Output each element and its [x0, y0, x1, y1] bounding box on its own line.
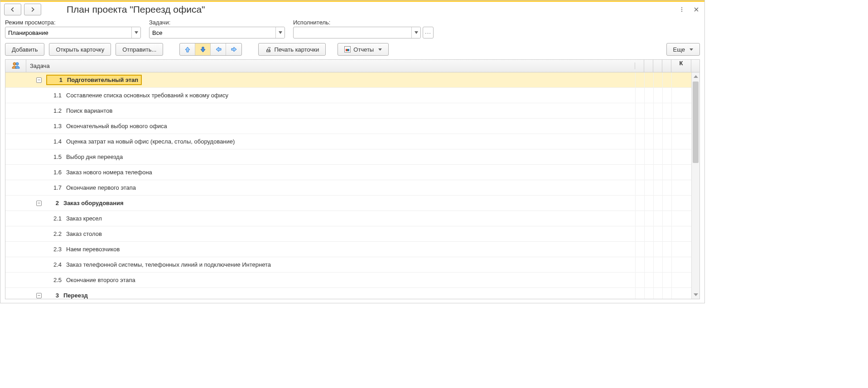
task-text: Переезд — [63, 292, 88, 299]
table-row[interactable]: 1.3Окончательный выбор нового офиса — [5, 119, 699, 134]
scroll-up-icon[interactable] — [692, 72, 699, 81]
task-text: Заказ оборудования — [63, 200, 124, 206]
svg-point-1 — [681, 9, 682, 10]
task-number: 1 — [50, 77, 63, 83]
table-row[interactable]: 1.7Окончание первого этапа — [5, 180, 699, 196]
task-text: Заказ столов — [66, 230, 102, 237]
task-number: 1.1 — [49, 92, 62, 99]
task-number: 1.3 — [49, 123, 62, 129]
close-icon[interactable] — [692, 5, 701, 14]
view-mode-select[interactable] — [5, 27, 141, 38]
table-row[interactable]: −3Переезд — [5, 288, 699, 299]
table-header: Задача К — [5, 60, 699, 72]
tasks-dropdown-icon[interactable] — [275, 27, 285, 38]
vertical-scrollbar[interactable] — [691, 72, 699, 299]
nav-forward-button[interactable] — [24, 4, 41, 15]
assignee-input[interactable] — [294, 27, 411, 38]
task-text: Поиск вариантов — [66, 107, 112, 114]
send-button[interactable]: Отправить... — [116, 43, 163, 56]
add-button[interactable]: Добавить — [5, 43, 44, 56]
move-left-button[interactable] — [211, 43, 226, 55]
task-number: 1.6 — [49, 169, 62, 176]
open-card-button[interactable]: Открыть карточку — [49, 43, 111, 56]
task-text: Составление списка основных требований к… — [66, 92, 228, 99]
status-col-3[interactable] — [653, 60, 662, 72]
move-down-button[interactable] — [195, 43, 211, 55]
table-row[interactable]: 2.2Заказ столов — [5, 226, 699, 242]
task-number: 1.4 — [49, 138, 62, 145]
expand-toggle[interactable]: − — [36, 293, 42, 298]
status-col-4[interactable] — [662, 60, 671, 72]
table-row[interactable]: 1.2Поиск вариантов — [5, 103, 699, 119]
table-row[interactable]: 1.6Заказ нового номера телефона — [5, 165, 699, 180]
table-row[interactable]: 1.1Составление списка основных требовани… — [5, 88, 699, 103]
task-column-header[interactable]: Задача — [26, 62, 635, 69]
status-col-1[interactable] — [635, 60, 644, 72]
task-number: 1.2 — [49, 107, 62, 114]
task-number: 2.4 — [49, 261, 62, 268]
status-col-2[interactable] — [644, 60, 653, 72]
view-mode-dropdown-icon[interactable] — [131, 27, 140, 38]
chart-icon — [344, 46, 351, 53]
table-row[interactable]: 1.5Выбор дня переезда — [5, 149, 699, 165]
task-text: Подготовительный этап — [67, 77, 138, 83]
task-text: Окончание первого этапа — [66, 184, 136, 191]
expand-toggle[interactable]: − — [36, 77, 42, 83]
task-number: 2 — [46, 200, 59, 206]
task-number: 2.3 — [49, 246, 62, 253]
print-card-button[interactable]: Печать карточки — [258, 43, 326, 56]
task-text: Оценка затрат на новый офис (кресла, сто… — [66, 138, 235, 145]
page-title: План проекта "Переезд офиса" — [67, 4, 205, 15]
task-text: Заказ телефонной системы, телефонных лин… — [66, 261, 271, 268]
move-up-button[interactable] — [180, 43, 195, 55]
task-text: Окончательный выбор нового офиса — [66, 123, 167, 129]
table-row[interactable]: −1Подготовительный этап — [5, 72, 699, 88]
task-text: Заказ кресел — [66, 215, 102, 222]
task-text: Наем перевозчиков — [66, 246, 120, 253]
scroll-thumb[interactable] — [693, 81, 699, 163]
table-row[interactable]: 1.4Оценка затрат на новый офис (кресла, … — [5, 134, 699, 149]
printer-icon — [265, 46, 271, 53]
assignee-label: Исполнитель: — [293, 19, 434, 26]
task-number: 1.7 — [49, 184, 62, 191]
tasks-select[interactable] — [149, 27, 285, 38]
more-button[interactable]: Еще — [666, 43, 700, 56]
assignees-column-header[interactable] — [5, 60, 26, 72]
menu-dots-icon[interactable] — [677, 5, 686, 14]
ellipsis-icon: ··· — [425, 29, 431, 36]
task-number: 2.2 — [49, 230, 62, 237]
tasks-input[interactable] — [149, 27, 275, 38]
task-text: Выбор дня переезда — [66, 153, 123, 160]
table-row[interactable]: 2.5Окончание второго этапа — [5, 273, 699, 288]
svg-point-0 — [681, 7, 682, 8]
assignee-browse-button[interactable]: ··· — [423, 27, 434, 38]
nav-back-button[interactable] — [4, 4, 21, 15]
task-text: Окончание второго этапа — [66, 277, 135, 283]
assignee-select[interactable] — [293, 27, 421, 38]
reports-button[interactable]: Отчеты — [338, 43, 389, 56]
tasks-label: Задачи: — [149, 19, 285, 26]
svg-point-2 — [681, 11, 682, 12]
people-icon — [12, 61, 20, 71]
view-mode-label: Режим просмотра: — [5, 19, 141, 26]
expand-toggle[interactable]: − — [36, 201, 42, 206]
table-row[interactable]: 2.4Заказ телефонной системы, телефонных … — [5, 257, 699, 273]
table-row[interactable]: −2Заказ оборудования — [5, 196, 699, 211]
task-text: Заказ нового номера телефона — [66, 169, 152, 176]
task-number: 1.5 — [49, 153, 62, 160]
task-number: 2.1 — [49, 215, 62, 222]
k-column-header[interactable]: К — [671, 60, 691, 72]
table-row[interactable]: 2.3Наем перевозчиков — [5, 242, 699, 257]
task-number: 3 — [46, 292, 59, 299]
svg-point-4 — [16, 62, 19, 65]
view-mode-input[interactable] — [5, 27, 131, 38]
table-row[interactable]: 2.1Заказ кресел — [5, 211, 699, 226]
svg-point-3 — [13, 62, 16, 65]
assignee-dropdown-icon[interactable] — [411, 27, 420, 38]
scroll-down-icon[interactable] — [692, 291, 699, 299]
move-right-button[interactable] — [226, 43, 241, 55]
task-number: 2.5 — [49, 277, 62, 283]
